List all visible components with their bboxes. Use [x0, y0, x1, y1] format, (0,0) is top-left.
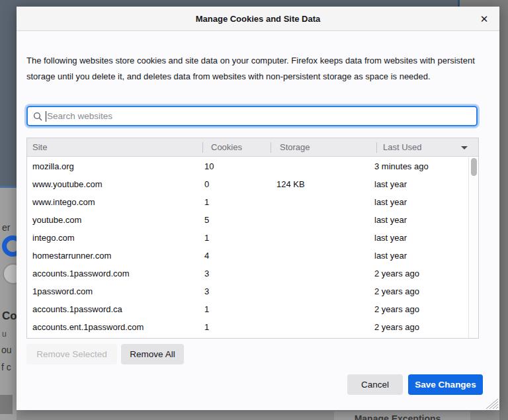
- table-row[interactable]: accounts.1password.ca 1 2 years ago: [27, 300, 468, 318]
- search-input[interactable]: Search websites: [26, 106, 478, 126]
- background-right-strip: [499, 7, 508, 420]
- cell-last-used: 2 years ago: [374, 269, 419, 278]
- cell-site: www.intego.com: [32, 197, 95, 207]
- text-caret: [46, 111, 46, 122]
- dialog-description: The following websites store cookies and…: [26, 53, 495, 85]
- table-row[interactable]: accounts.1password.com 3 2 years ago: [27, 265, 468, 282]
- table-row[interactable]: www.intego.com 1 last year: [27, 193, 468, 211]
- table-row[interactable]: mozilla.org 10 3 minutes ago: [27, 157, 468, 175]
- cell-last-used: 2 years ago: [374, 322, 419, 332]
- table-row[interactable]: www.youtube.com 0 124 KB last year: [27, 175, 468, 193]
- column-divider: [271, 142, 271, 153]
- cell-last-used: last year: [374, 233, 407, 243]
- background-text-fragment: ou: [1, 345, 12, 355]
- manage-cookies-dialog: Manage Cookies and Site Data ✕ The follo…: [17, 7, 499, 410]
- cancel-button[interactable]: Cancel: [347, 374, 403, 395]
- background-toggle-fragment: [3, 263, 17, 284]
- remove-all-button[interactable]: Remove All: [121, 344, 184, 364]
- background-text-fragment: f c: [1, 362, 11, 372]
- column-header-storage[interactable]: Storage: [280, 142, 310, 152]
- cell-cookies: 1: [204, 304, 209, 314]
- column-header-site[interactable]: Site: [32, 142, 47, 152]
- column-header-cookies[interactable]: Cookies: [211, 142, 242, 152]
- table-header: Site Cookies Storage Last Used: [27, 138, 478, 157]
- background-text-fragment: u: [2, 329, 7, 339]
- cell-site: www.youtube.com: [32, 179, 103, 189]
- manage-exceptions-button-fragment: Manage Exceptions…: [334, 411, 470, 420]
- search-icon: [33, 112, 42, 121]
- cell-site: accounts.1password.com: [32, 269, 130, 278]
- close-icon[interactable]: ✕: [477, 12, 491, 26]
- column-divider: [202, 142, 203, 153]
- cell-site: accounts.ent.1password.com: [32, 322, 144, 332]
- save-changes-button[interactable]: Save Changes: [408, 374, 483, 395]
- table-row[interactable]: intego.com 1 last year: [27, 229, 468, 247]
- column-header-last-used[interactable]: Last Used: [383, 142, 422, 152]
- site-data-table: Site Cookies Storage Last Used mozilla.o…: [26, 138, 479, 339]
- cell-last-used: last year: [374, 215, 407, 225]
- cell-cookies: 3: [204, 269, 209, 278]
- column-divider: [376, 142, 377, 153]
- background-bottom-strip: Manage Exceptions…: [17, 410, 499, 420]
- cell-last-used: 3 minutes ago: [374, 161, 429, 171]
- table-row[interactable]: youtube.com 5 last year: [27, 211, 468, 229]
- sort-descending-icon: [461, 146, 468, 149]
- table-scrollbar[interactable]: [468, 157, 478, 338]
- cell-site: mozilla.org: [32, 161, 74, 171]
- cell-cookies: 1: [204, 233, 209, 243]
- remove-selected-button[interactable]: Remove Selected: [26, 344, 117, 364]
- background-text-fragment: er: [2, 222, 10, 233]
- table-body: mozilla.org 10 3 minutes ago www.youtube…: [27, 157, 468, 338]
- dialog-title: Manage Cookies and Site Data: [196, 14, 321, 24]
- background-left-strip: er Co u ou f c: [0, 7, 17, 420]
- cell-storage: 124 KB: [276, 179, 305, 189]
- cell-cookies: 4: [204, 251, 209, 261]
- cell-cookies: 5: [204, 215, 209, 225]
- background-top-strip: [0, 0, 458, 7]
- table-row[interactable]: 1password.com 3 2 years ago: [27, 282, 468, 300]
- background-logo-ring-fragment: [2, 235, 17, 257]
- background-blue-line-fragment: [0, 186, 17, 188]
- cell-site: accounts.1password.ca: [32, 304, 122, 314]
- cell-cookies: 3: [204, 286, 209, 296]
- background-button-fragment: [0, 395, 13, 414]
- cell-site: homestarrunner.com: [32, 251, 111, 261]
- cell-last-used: last year: [374, 251, 407, 261]
- cell-cookies: 1: [204, 322, 209, 332]
- cell-last-used: 2 years ago: [374, 304, 419, 314]
- cell-site: 1password.com: [32, 286, 93, 296]
- cell-last-used: last year: [374, 179, 407, 189]
- search-placeholder: Search websites: [47, 111, 112, 121]
- table-row[interactable]: homestarrunner.com 4 last year: [27, 247, 468, 265]
- cell-cookies: 0: [204, 179, 209, 189]
- cell-last-used: last year: [374, 197, 407, 207]
- cell-cookies: 1: [204, 197, 209, 207]
- resize-grip-icon[interactable]: [484, 397, 498, 409]
- cell-site: youtube.com: [32, 215, 81, 225]
- dialog-titlebar: Manage Cookies and Site Data ✕: [17, 7, 499, 31]
- background-text-fragment: Co: [2, 310, 17, 323]
- cell-cookies: 10: [204, 161, 214, 171]
- cell-last-used: 2 years ago: [374, 286, 419, 296]
- table-row[interactable]: accounts.ent.1password.com 1 2 years ago: [27, 318, 468, 336]
- background-sidebar-fragment: [0, 7, 17, 186]
- cell-site: intego.com: [32, 233, 75, 243]
- scrollbar-thumb[interactable]: [471, 158, 477, 176]
- background-top-strip-right: [460, 0, 508, 7]
